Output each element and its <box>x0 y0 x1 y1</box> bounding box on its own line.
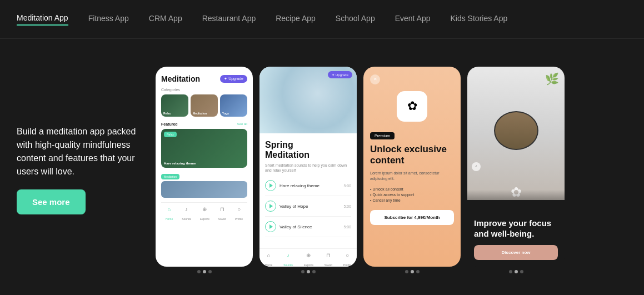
play-button-1[interactable] <box>265 180 276 191</box>
play-icon-2 <box>269 204 273 208</box>
card2-nav-profile[interactable]: ○ Profile <box>343 252 351 266</box>
card3-dot-1 <box>405 270 408 273</box>
card4-bottom-section: Improve your focus and well-being. Disco… <box>467 190 565 267</box>
premium-badge: Premium <box>370 132 395 139</box>
nav-item-school[interactable]: School App <box>336 14 375 25</box>
nav-sounds[interactable]: ♪ Sounds <box>182 206 191 222</box>
nav-saved[interactable]: ⊓ Saved <box>218 206 226 222</box>
nav-item-kids[interactable]: Kids Stories App <box>451 14 508 25</box>
nav-profile[interactable]: ○ Profile <box>235 206 243 222</box>
track-time-1: 5:00 <box>343 184 351 188</box>
nav-item-restaurant[interactable]: Restaurant App <box>202 14 256 25</box>
main-content: Build a meditation app packed with high-… <box>0 39 644 295</box>
coffee-cup-image <box>494 111 538 150</box>
card2-body: SpringMeditation Short meditation sounds… <box>259 133 357 249</box>
nav-item-fitness[interactable]: Fitness App <box>88 14 129 25</box>
phone-card-3: ✕ ✿ Premium Unlock exclusive content Lor… <box>363 67 461 267</box>
card3-lotus-icon: ✿ <box>397 91 427 122</box>
dot-3 <box>208 270 212 273</box>
category-meditation[interactable]: Meditation <box>191 94 218 117</box>
card2-dot-1 <box>301 270 304 273</box>
phone-card-4: ‹ 🌿 ✿ Improve your focus and well-being.… <box>467 67 565 267</box>
card2-upgrade-badge[interactable]: ✦ Upgrade <box>328 71 352 78</box>
phone-card-2: ✦ Upgrade SpringMeditation Short meditat… <box>259 67 357 267</box>
card3-feature-1: Unlock all content <box>370 187 454 191</box>
play-button-3[interactable] <box>265 221 276 232</box>
card2-dots <box>301 270 316 273</box>
home-label: Home <box>166 217 173 221</box>
card2-explore-label: Explore <box>304 263 313 266</box>
meditation-badge: Meditation <box>161 174 179 179</box>
home-icon: ⌂ <box>166 206 173 212</box>
card4-dots <box>509 270 523 273</box>
category-yoga-label: Yoga <box>222 112 229 115</box>
card2-sounds-icon: ♪ <box>283 252 293 258</box>
hero-section: Build a meditation app packed with high-… <box>17 125 139 214</box>
nav-item-event[interactable]: Event App <box>395 14 431 25</box>
card2-nav-explore[interactable]: ⊕ Explore <box>304 252 313 266</box>
nav-item-crm[interactable]: CRM App <box>149 14 182 25</box>
card1-title: Meditation <box>161 74 200 83</box>
card3-dot-3 <box>416 270 420 273</box>
card3-feature-2: Quick access to support <box>370 193 454 197</box>
card1-upgrade-badge[interactable]: ✦ Upgrade <box>220 75 247 83</box>
card1-categories: Relax Meditation Yoga <box>161 94 247 117</box>
card2-dot-3 <box>312 270 316 273</box>
card1-featured-image[interactable]: Relax Hare relaxing theme <box>161 129 247 168</box>
card2-dot-2 <box>307 270 310 273</box>
category-yoga[interactable]: Yoga <box>220 94 247 117</box>
card3-dots <box>405 270 420 273</box>
card3-dot-2 <box>411 270 414 273</box>
nav-item-meditation[interactable]: Meditation App <box>17 13 68 26</box>
track-1[interactable]: Hare relaxing theme 5:00 <box>265 180 351 196</box>
track-name-3: Valley of Silence <box>279 224 340 229</box>
card3-description: Lorem ipsum dolor sit amet, consectetur … <box>370 171 454 182</box>
card3-close-button[interactable]: ✕ <box>370 74 380 84</box>
card1-dots <box>197 270 212 273</box>
track-time-2: 5:00 <box>343 204 351 208</box>
card1-featured-label: Featured <box>161 122 178 126</box>
nav-item-recipe[interactable]: Recipe App <box>276 14 316 25</box>
track-3[interactable]: Valley of Silence 5:00 <box>265 221 351 237</box>
card2-nav-sounds[interactable]: ♪ Sounds <box>283 252 293 266</box>
card4-dot-2 <box>515 270 518 273</box>
card1-categories-label: Categories <box>161 88 247 92</box>
category-relax[interactable]: Relax <box>161 94 188 117</box>
hero-description: Build a meditation app packed with high-… <box>17 125 139 178</box>
card4-dot-1 <box>509 270 512 273</box>
nav-home[interactable]: ⌂ Home <box>166 206 173 222</box>
card2-saved-icon: ⊓ <box>325 252 332 258</box>
card4-headline: Improve your focus and well-being. <box>474 218 558 239</box>
card2-profile-icon: ○ <box>343 252 351 258</box>
card4-dot-3 <box>520 270 523 273</box>
subscribe-button[interactable]: Subscribe for 4,99€/Month <box>370 210 454 225</box>
card2-title: SpringMeditation <box>265 140 351 160</box>
card1-bottom-nav: ⌂ Home ♪ Sounds ⊕ Explore ⊓ Saved <box>161 202 247 222</box>
card2-home-icon: ⌂ <box>265 252 272 258</box>
card2-home-label: Home <box>265 263 272 266</box>
card2-profile-label: Profile <box>343 263 351 266</box>
play-icon-1 <box>269 183 273 188</box>
card2-header-image: ✦ Upgrade <box>259 67 357 133</box>
explore-icon: ⊕ <box>200 206 209 212</box>
card2-bottom-nav: ⌂ Home ♪ Sounds ⊕ Explore ⊓ Saved <box>259 248 357 266</box>
nav-explore[interactable]: ⊕ Explore <box>200 206 209 222</box>
saved-icon: ⊓ <box>218 206 226 212</box>
profile-icon: ○ <box>235 206 243 212</box>
card1-see-all[interactable]: See all <box>237 122 247 126</box>
discover-button[interactable]: Discover now <box>474 245 558 260</box>
play-button-2[interactable] <box>265 201 276 212</box>
track-name-1: Hare relaxing theme <box>279 183 340 188</box>
card2-nav-home[interactable]: ⌂ Home <box>265 252 272 266</box>
card2-saved-label: Saved <box>325 263 332 266</box>
sounds-icon: ♪ <box>182 206 191 212</box>
profile-label: Profile <box>235 217 243 221</box>
track-2[interactable]: Valley of Hope 5:00 <box>265 201 351 217</box>
sounds-label: Sounds <box>182 217 191 221</box>
see-more-button[interactable]: See more <box>17 189 86 214</box>
card2-nav-saved[interactable]: ⊓ Saved <box>325 252 332 266</box>
dot-1 <box>197 270 201 273</box>
card4-back-arrow[interactable]: ‹ <box>472 162 481 171</box>
card3-feature-list: Unlock all content Quick access to suppo… <box>370 187 454 202</box>
card3-feature-3: Cancel any time <box>370 198 454 202</box>
